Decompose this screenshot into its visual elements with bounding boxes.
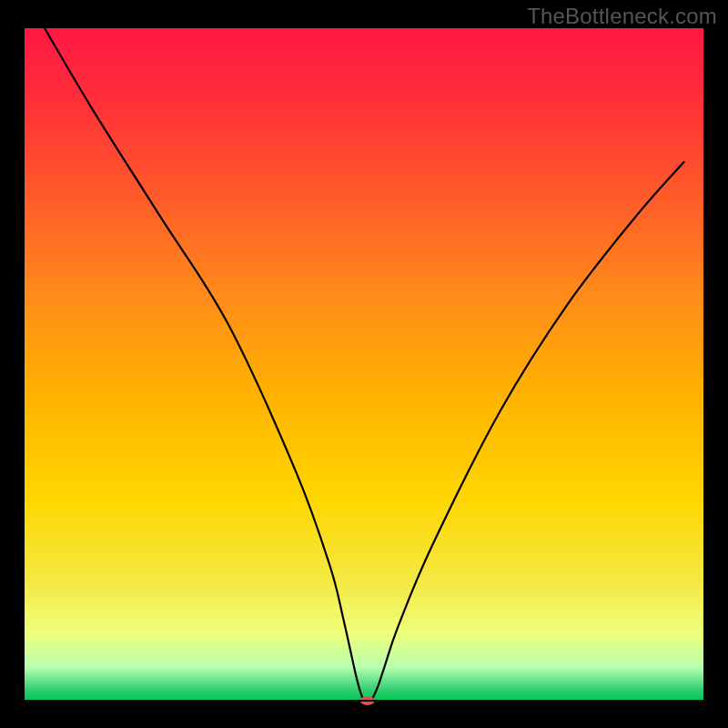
bottleneck-chart: TheBottleneck.com [0,0,728,728]
chart-svg [0,0,728,728]
gradient-background [24,27,704,701]
watermark-text: TheBottleneck.com [527,4,717,29]
